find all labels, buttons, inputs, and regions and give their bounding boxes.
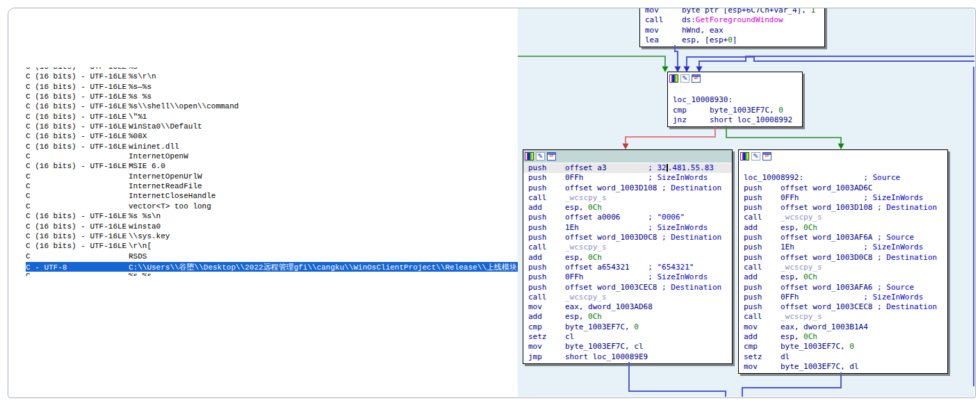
asm-line[interactable]: loc_10008992: ; Source: [739, 173, 947, 183]
asm-line[interactable]: push 0FFh ; SizeInWords: [523, 173, 732, 183]
asm-line[interactable]: mov byte_1003EF7C, cl: [523, 342, 732, 352]
asm-line[interactable]: push offset a3 ; 32.481.55.83: [523, 163, 732, 173]
node-group-icon[interactable]: ⇄: [547, 152, 556, 161]
asm-line[interactable]: push 1Eh ; SizeInWords: [739, 242, 947, 252]
string-type: C (16 bits) - UTF-16LE: [26, 142, 129, 151]
asm-line[interactable]: cmp byte_1003EF7C, 0: [523, 322, 732, 332]
asm-line[interactable]: push offset word_1003AFA6 ; Source: [739, 283, 947, 293]
asm-line[interactable]: push 0FFh ; SizeInWords: [739, 193, 947, 203]
asm-line[interactable]: loc_10008930:: [668, 95, 802, 105]
asm-line[interactable]: mov byte_1003EF7C, dl: [739, 362, 947, 372]
asm-line[interactable]: push offset word_1003D108 ; Destination: [739, 203, 947, 213]
asm-line[interactable]: add esp, 0Ch: [739, 223, 947, 233]
asm-line[interactable]: push offset word_1003D0C8 ; Destination: [739, 253, 947, 263]
string-type: C (16 bits) - UTF-16LE: [26, 122, 129, 131]
asm-line[interactable]: push offset word_1003CEC8 ; Destination: [739, 302, 947, 312]
node-color-icon[interactable]: [669, 74, 678, 83]
string-row[interactable]: CInternetOpenUrlW: [26, 172, 518, 182]
string-row[interactable]: C (16 bits) - UTF-16LEwinsta0: [26, 222, 518, 232]
asm-line[interactable]: [668, 85, 802, 95]
asm-line[interactable]: push offset a654321 ; "654321": [523, 263, 732, 272]
node-edit-icon[interactable]: ✎: [751, 152, 760, 161]
asm-line[interactable]: push 1Eh ; SizeInWords: [523, 223, 732, 233]
asm-line[interactable]: push offset a0006 ; "0006": [523, 213, 732, 222]
string-value: wininet.dll: [129, 142, 179, 151]
asm-line[interactable]: add esp, 0Ch: [523, 253, 732, 263]
asm-line[interactable]: mov eax, dword_1003B1A4: [739, 322, 947, 332]
string-row[interactable]: C (16 bits) - UTF-16LE%s—%s: [26, 83, 518, 92]
asm-line[interactable]: push offset word_1003D108 ; Destination: [523, 183, 732, 193]
graph-node-loc-10008930[interactable]: ✎⇄ loc_10008930:cmp byte_1003EF7C, 0jnz …: [667, 72, 803, 127]
graph-node-loc-10008992[interactable]: ✎⇄ loc_10008992: ; Sourcepush offset wor…: [738, 149, 948, 374]
asm-line[interactable]: call _wcscpy_s: [523, 242, 732, 252]
asm-line[interactable]: call _wcscpy_s: [523, 193, 732, 203]
string-row[interactable]: CInternetCloseHandle: [26, 192, 518, 202]
asm-line[interactable]: add esp, 0Ch: [523, 203, 732, 213]
asm-line[interactable]: add esp, 0Ch: [523, 312, 732, 322]
asm-line[interactable]: call ds:GetForegroundWindow: [640, 15, 824, 25]
string-row[interactable]: C (16 bits) - UTF-16LEMSIE 6.0: [26, 162, 518, 172]
node-group-icon[interactable]: ⇄: [692, 74, 701, 83]
asm-line[interactable]: cmp byte_1003EF7C, 0: [668, 106, 802, 115]
graph-node-getforegroundwindow[interactable]: ✎⇄mov byte ptr [esp+6C7Ch+var_4], 1call …: [639, 8, 825, 47]
string-row[interactable]: CInternetOpenW: [26, 152, 518, 162]
string-row[interactable]: C%s %s: [26, 272, 518, 276]
string-type: C: [26, 272, 129, 276]
string-row[interactable]: C (16 bits) - UTF-16LE%s %s: [26, 92, 518, 102]
string-value: RSDS: [129, 252, 147, 261]
asm-line[interactable]: push 0FFh ; SizeInWords: [739, 293, 947, 302]
asm-line[interactable]: add esp, 0Ch: [739, 332, 947, 342]
asm-line[interactable]: setz dl: [739, 352, 947, 362]
asm-line[interactable]: push offset word_1003AD6C: [739, 183, 947, 193]
node-color-icon[interactable]: [740, 152, 749, 161]
graph-node-wcscpy-a[interactable]: ✎⇄push offset a3 ; 32.481.55.83push 0FFh…: [523, 149, 733, 364]
asm-line[interactable]: mov byte ptr [esp+6C7Ch+var_4], 1: [640, 8, 824, 15]
string-value: MSIE 6.0: [129, 162, 165, 170]
node-body: mov byte ptr [esp+6C7Ch+var_4], 1call ds…: [640, 8, 824, 47]
asm-line[interactable]: cmp byte_1003EF7C, 0: [739, 342, 947, 352]
asm-line[interactable]: call _wcscpy_s: [739, 213, 947, 222]
string-value: InternetOpenW: [129, 152, 188, 161]
string-row[interactable]: C (16 bits) - UTF-16LEwininet.dll: [26, 142, 518, 152]
node-edit-icon[interactable]: ✎: [536, 152, 545, 161]
asm-line[interactable]: jnz short loc_10008992: [668, 115, 802, 125]
asm-line[interactable]: push offset word_1003AF6A ; Source: [739, 233, 947, 242]
graph-view[interactable]: ✎⇄mov byte ptr [esp+6C7Ch+var_4], 1call …: [518, 8, 974, 397]
asm-line[interactable]: jmp short loc_100089E9: [523, 352, 732, 362]
asm-line[interactable]: call _wcscpy_s: [739, 263, 947, 272]
asm-line[interactable]: push offset word_1003D0C8 ; Destination: [523, 233, 732, 242]
string-row[interactable]: C - UTF-8C:\\Users\\谷堕\\Desktop\\2022远程管…: [26, 262, 518, 272]
string-row[interactable]: C (16 bits) - UTF-16LE\\sys.key: [26, 232, 518, 242]
asm-line[interactable]: push 0FFh ; SizeInWords: [523, 272, 732, 282]
string-row[interactable]: C (16 bits) - UTF-16LE%s\\shell\\open\\c…: [26, 102, 518, 112]
asm-line[interactable]: call _wcscpy_s: [523, 293, 732, 302]
string-row[interactable]: Cvector<T> too long: [26, 202, 518, 212]
string-row[interactable]: C (16 bits) - UTF-16LE%s\r\n: [26, 72, 518, 82]
node-edit-icon[interactable]: ✎: [680, 74, 689, 83]
strings-list[interactable]: C (16 bits) - UTF-16LE%sC (16 bits) - UT…: [8, 63, 518, 276]
string-type: C (16 bits) - UTF-16LE: [26, 242, 129, 250]
node-body: loc_10008992: ; Sourcepush offset word_1…: [739, 163, 947, 373]
asm-line[interactable]: mov hWnd, eax: [640, 26, 824, 35]
string-row[interactable]: C (16 bits) - UTF-16LEWinSta0\\Default: [26, 122, 518, 132]
string-value: \"%1: [129, 113, 147, 121]
node-group-icon[interactable]: ⇄: [762, 152, 771, 161]
asm-line[interactable]: [739, 163, 947, 173]
string-row[interactable]: CInternetReadFile: [26, 182, 518, 192]
asm-line[interactable]: setz cl: [523, 332, 732, 342]
asm-line[interactable]: lea esp, [esp+0]: [640, 35, 824, 45]
asm-line[interactable]: push offset word_1003CEC8 ; Destination: [523, 283, 732, 293]
asm-line[interactable]: mov eax, dword_1003AD68: [523, 302, 732, 312]
string-row[interactable]: CRSDS: [26, 252, 518, 262]
string-type: C: [26, 252, 129, 261]
asm-line[interactable]: call _wcscpy_s: [739, 312, 947, 322]
string-row[interactable]: C (16 bits) - UTF-16LE%08X: [26, 132, 518, 142]
string-row[interactable]: C (16 bits) - UTF-16LE\"%1: [26, 113, 518, 122]
string-row[interactable]: C (16 bits) - UTF-16LE%s %s\n: [26, 212, 518, 222]
string-value: %s—%s: [129, 83, 152, 91]
strings-window: C (16 bits) - UTF-16LE%sC (16 bits) - UT…: [8, 8, 518, 397]
asm-line[interactable]: add esp, 0Ch: [739, 272, 947, 282]
strings-top-clip: [8, 8, 518, 67]
node-color-icon[interactable]: [525, 152, 534, 161]
string-row[interactable]: C (16 bits) - UTF-16LE\r\n[: [26, 242, 518, 252]
